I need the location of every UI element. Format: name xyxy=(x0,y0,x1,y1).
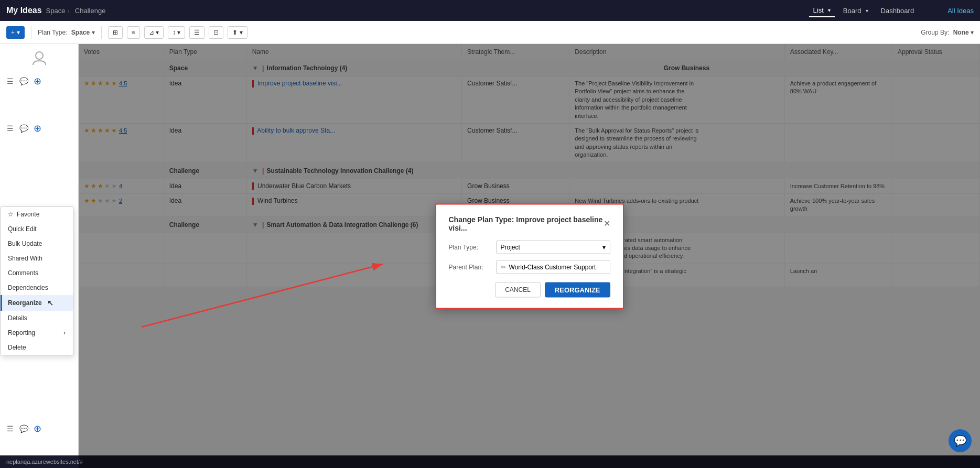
layout-grid-button[interactable]: ⊞ xyxy=(108,26,123,39)
top-navigation: My Ideas Space › Challenge List ▾ Board … xyxy=(0,0,980,21)
modal-title: Change Plan Type: Improve project baseli… xyxy=(449,215,604,232)
plan-type-field: Plan Type: Project ▾ xyxy=(449,240,610,254)
tab-dashboard[interactable]: Dashboard xyxy=(877,5,919,17)
change-plan-type-modal: Change Plan Type: Improve project baseli… xyxy=(435,203,624,309)
sidebar-actions-3: ☰ 💬 ⊕ xyxy=(0,421,47,437)
favorite-icon: ☆ xyxy=(8,211,14,218)
menu-item-comments[interactable]: Comments xyxy=(1,266,73,280)
menu-item-details[interactable]: Details xyxy=(1,311,73,325)
parent-plan-input[interactable]: ✏ World-Class Customer Support xyxy=(496,260,610,274)
nav-separator: › xyxy=(67,7,69,15)
reorganize-button[interactable]: REORGANIZE xyxy=(545,282,610,297)
list-chevron-icon: ▾ xyxy=(828,7,831,13)
sidebar-add-icon-2[interactable]: ⊕ xyxy=(31,123,43,134)
main-layout: ☰ 💬 ⊕ ☰ 💬 ⊕ ☆ Favorite Quick Edit Bulk U… xyxy=(0,44,980,468)
content-area: Votes Plan Type Name Strategic Them... D… xyxy=(79,44,980,468)
edit-pen-icon[interactable]: ✏ xyxy=(501,263,506,270)
status-url: neplanqa.azurewebsites.net/# xyxy=(6,459,83,465)
sidebar-add-icon[interactable]: ⊕ xyxy=(31,75,43,87)
group-by-label: Group By: None ▾ xyxy=(921,29,974,36)
plan-type-label: Plan Type: Space ▾ xyxy=(38,29,95,36)
svg-point-0 xyxy=(36,52,43,59)
export-button[interactable]: ⬆ ▾ xyxy=(228,26,247,39)
menu-item-reorganize[interactable]: Reorganize ↖ xyxy=(1,295,73,311)
select-chevron-icon: ▾ xyxy=(602,243,606,251)
modal-actions: CANCEL REORGANIZE xyxy=(449,282,610,297)
help-chat-button[interactable]: 💬 xyxy=(949,429,972,452)
cursor-indicator: ↖ xyxy=(47,299,53,307)
menu-item-reporting[interactable]: Reporting › xyxy=(1,325,73,340)
sidebar-menu-icon-3[interactable]: ☰ xyxy=(4,423,16,434)
plan-type-select[interactable]: Project ▾ xyxy=(496,240,610,254)
menu-item-bulk-update[interactable]: Bulk Update xyxy=(1,236,73,251)
sidebar-comment-icon-3[interactable]: 💬 xyxy=(18,423,29,434)
parent-plan-field-label: Parent Plan: xyxy=(449,263,496,270)
view-button[interactable]: ⊡ xyxy=(209,26,223,39)
toolbar-divider-1 xyxy=(31,26,31,39)
menu-item-favorite[interactable]: ☆ Favorite xyxy=(1,207,73,222)
sidebar-menu-icon-2[interactable]: ☰ xyxy=(4,123,16,134)
chat-icon: 💬 xyxy=(954,434,967,447)
nav-view-tabs: List ▾ Board ▾ Dashboard All Ideas xyxy=(809,4,974,17)
tab-list[interactable]: List ▾ xyxy=(809,4,835,17)
cancel-button[interactable]: CANCEL xyxy=(495,282,541,297)
sidebar-actions-1: ☰ 💬 ⊕ xyxy=(0,73,78,89)
add-chevron-icon: ▾ xyxy=(17,29,20,36)
sidebar-actions-2: ☰ 💬 ⊕ xyxy=(0,121,78,136)
filter-button[interactable]: ⊿ ▾ xyxy=(144,26,164,39)
modal-header: Change Plan Type: Improve project baseli… xyxy=(449,215,610,232)
context-menu: ☆ Favorite Quick Edit Bulk Update Shared… xyxy=(0,206,73,355)
app-title: My Ideas xyxy=(6,6,42,15)
bullets-button[interactable]: ☰ xyxy=(189,26,204,39)
all-ideas-link[interactable]: All Ideas xyxy=(947,7,974,15)
toolbar: + ▾ Plan Type: Space ▾ ⊞ ≡ ⊿ ▾ ↕ ▾ ☰ ⊡ ⬆… xyxy=(0,21,980,44)
plan-type-field-label: Plan Type: xyxy=(449,243,496,251)
reporting-submenu-icon: › xyxy=(63,329,66,336)
menu-item-dependencies[interactable]: Dependencies xyxy=(1,280,73,295)
menu-item-delete[interactable]: Delete xyxy=(1,340,73,355)
sidebar-comment-icon[interactable]: 💬 xyxy=(18,75,29,87)
challenge-label: Challenge xyxy=(75,7,106,15)
layout-list-button[interactable]: ≡ xyxy=(127,26,140,39)
toolbar-divider-2 xyxy=(101,26,102,39)
sidebar: ☰ 💬 ⊕ ☰ 💬 ⊕ ☆ Favorite Quick Edit Bulk U… xyxy=(0,44,79,468)
add-button[interactable]: + ▾ xyxy=(6,26,25,39)
board-chevron-icon: ▾ xyxy=(866,8,868,14)
group-by-chevron-icon: ▾ xyxy=(971,29,974,36)
menu-item-shared-with[interactable]: Shared With xyxy=(1,251,73,266)
sort-button[interactable]: ↕ ▾ xyxy=(168,26,185,39)
space-label: Space xyxy=(46,7,66,15)
modal-close-button[interactable]: ✕ xyxy=(604,219,610,227)
tab-board[interactable]: Board ▾ xyxy=(839,5,873,17)
menu-item-quick-edit[interactable]: Quick Edit xyxy=(1,222,73,236)
person-icon xyxy=(29,48,50,69)
sidebar-menu-icon[interactable]: ☰ xyxy=(4,75,16,87)
plan-type-chevron-icon: ▾ xyxy=(92,29,95,36)
sidebar-add-icon-3[interactable]: ⊕ xyxy=(31,423,43,434)
parent-plan-field: Parent Plan: ✏ World-Class Customer Supp… xyxy=(449,260,610,274)
sidebar-comment-icon-2[interactable]: 💬 xyxy=(18,123,29,134)
